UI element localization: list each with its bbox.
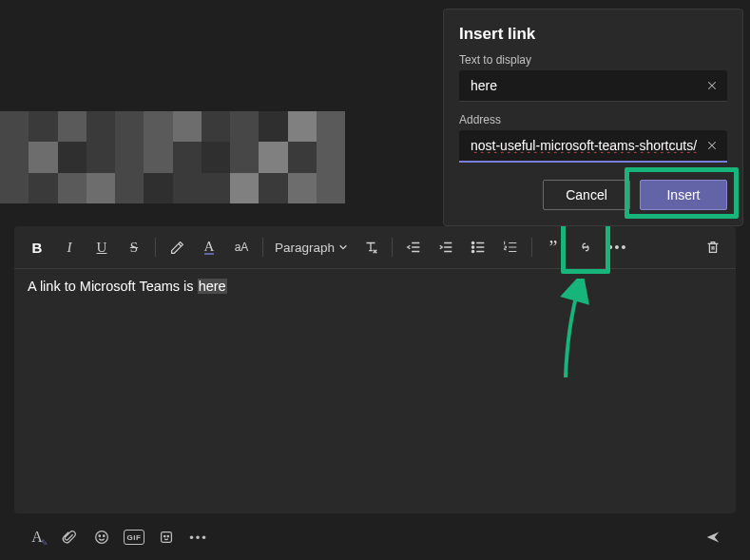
svg-rect-6: [162, 532, 172, 543]
bold-button[interactable]: B: [22, 232, 52, 262]
sticker-button[interactable]: [153, 524, 180, 550]
redacted-preview: [0, 111, 345, 203]
insert-link-button[interactable]: [570, 232, 601, 262]
font-size-button[interactable]: aA: [226, 232, 257, 262]
italic-button[interactable]: I: [54, 232, 85, 262]
underline-button[interactable]: U: [87, 232, 117, 262]
svg-point-8: [167, 535, 168, 536]
gif-label: GIF: [124, 530, 144, 545]
clear-formatting-button[interactable]: [356, 232, 386, 262]
more-options-button[interactable]: •••: [603, 232, 633, 262]
quote-button[interactable]: ”: [538, 232, 568, 262]
text-to-display-input[interactable]: [459, 70, 727, 102]
format-toggle-button[interactable]: A✎: [24, 524, 50, 550]
separator: [531, 238, 532, 257]
clear-address-icon[interactable]: [702, 135, 721, 158]
paragraph-style-dropdown[interactable]: Paragraph: [269, 232, 354, 262]
delete-button[interactable]: [698, 232, 728, 262]
address-label: Address: [459, 113, 727, 126]
insert-button[interactable]: Insert: [640, 180, 727, 210]
separator: [262, 238, 263, 257]
font-color-button[interactable]: A: [194, 232, 224, 262]
separator: [155, 238, 156, 257]
send-button[interactable]: [700, 524, 726, 550]
clear-text-icon[interactable]: [702, 75, 721, 98]
bulleted-list-button[interactable]: [463, 232, 493, 262]
compose-actions-strip: A✎ GIF •••: [14, 521, 736, 553]
numbered-list-button[interactable]: [495, 232, 526, 262]
gif-button[interactable]: GIF: [121, 524, 147, 550]
svg-point-2: [471, 250, 473, 252]
outdent-button[interactable]: [398, 232, 429, 262]
indent-button[interactable]: [431, 232, 461, 262]
highlight-color-button[interactable]: [162, 232, 192, 262]
cancel-button[interactable]: Cancel: [543, 180, 630, 210]
dialog-title: Insert link: [459, 25, 727, 44]
separator: [392, 238, 393, 257]
compose-editor: B I U S A aA Paragraph: [14, 226, 736, 513]
message-body[interactable]: A link to Microsoft Teams is here: [14, 269, 736, 513]
address-input[interactable]: [459, 130, 727, 163]
text-to-display-label: Text to display: [459, 53, 727, 67]
attach-button[interactable]: [56, 524, 83, 550]
message-text: A link to Microsoft Teams is: [28, 279, 198, 294]
strikethrough-button[interactable]: S: [119, 232, 149, 262]
format-toolbar: B I U S A aA Paragraph: [14, 226, 736, 269]
svg-point-3: [96, 531, 108, 544]
svg-point-1: [471, 246, 473, 248]
selected-text: here: [198, 279, 227, 294]
svg-point-0: [471, 241, 473, 243]
insert-link-dialog: Insert link Text to display Address Canc…: [443, 9, 743, 226]
svg-point-4: [99, 535, 100, 536]
emoji-button[interactable]: [88, 524, 115, 550]
paragraph-style-label: Paragraph: [275, 241, 335, 255]
more-actions-button[interactable]: •••: [185, 524, 212, 550]
svg-point-7: [163, 535, 164, 536]
svg-point-5: [104, 535, 105, 536]
